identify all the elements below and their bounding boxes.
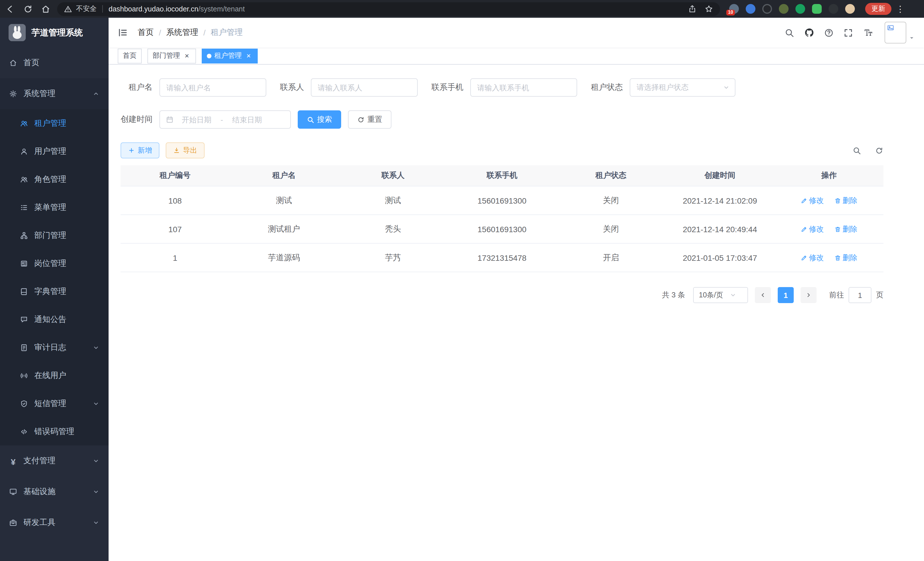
id-badge-icon: [20, 259, 28, 267]
chevron-down-icon: [93, 400, 99, 407]
add-button[interactable]: 新增: [121, 142, 159, 158]
trash-icon: [834, 226, 841, 232]
sidebar-group-system[interactable]: 系统管理: [0, 78, 109, 109]
extension-icon[interactable]: [795, 4, 805, 14]
breadcrumb-item[interactable]: 首页: [138, 27, 154, 38]
sidebar-item-role[interactable]: 角色管理: [0, 165, 109, 193]
browser-menu-icon[interactable]: ⋮: [896, 4, 904, 14]
sidebar-item-error-code[interactable]: 错误码管理: [0, 417, 109, 445]
page-size-select[interactable]: 10条/页: [693, 287, 748, 303]
sidebar-item-post[interactable]: 岗位管理: [0, 249, 109, 277]
tab-home[interactable]: 首页: [118, 48, 142, 63]
cell-actions: 修改 删除: [774, 243, 884, 272]
sidebar-group-devtools[interactable]: 研发工具: [0, 507, 109, 538]
cell-created: 2021-01-05 17:03:47: [665, 243, 774, 272]
sidebar-item-label: 用户管理: [34, 146, 66, 156]
sidebar-item-user[interactable]: 用户管理: [0, 137, 109, 165]
comment-icon: [20, 315, 28, 323]
goto-page-input[interactable]: [849, 287, 872, 303]
sidebar-item-tenant[interactable]: 租户管理: [0, 109, 109, 137]
bookmark-star-icon[interactable]: [705, 5, 713, 13]
reset-button[interactable]: 重置: [348, 110, 392, 129]
sidebar-item-dict[interactable]: 字典管理: [0, 277, 109, 305]
contact-input[interactable]: [311, 78, 418, 97]
reload-icon[interactable]: [23, 4, 33, 14]
sidebar-group-infra[interactable]: 基础设施: [0, 476, 109, 507]
refresh-icon[interactable]: [875, 146, 884, 155]
search-button[interactable]: 搜索: [298, 110, 341, 129]
tab-dept[interactable]: 部门管理 ×: [147, 48, 196, 63]
table-row: 1 芋道源码 芋艿 17321315478 开启 2021-01-05 17:0…: [121, 243, 884, 272]
extension-icon[interactable]: 10: [729, 4, 739, 14]
extensions-puzzle-icon[interactable]: [829, 4, 838, 14]
sidebar-item-audit-log[interactable]: 审计日志: [0, 333, 109, 361]
app-logo[interactable]: 芋道管理系统: [0, 18, 109, 47]
cell-created: 2021-12-14 21:02:09: [665, 186, 774, 215]
range-separator: -: [220, 115, 223, 124]
help-icon[interactable]: [824, 28, 834, 38]
share-icon[interactable]: [688, 5, 697, 13]
extension-icon[interactable]: [812, 4, 822, 14]
chrome-update-button[interactable]: 更新: [865, 3, 891, 15]
sidebar-item-dept[interactable]: 部门管理: [0, 221, 109, 249]
cell-phone: 17321315478: [447, 243, 556, 272]
chevron-left-icon: [759, 292, 766, 299]
sidebar-item-home[interactable]: 首页: [0, 47, 109, 78]
phone-input[interactable]: [470, 78, 577, 97]
sidebar-item-label: 首页: [23, 58, 39, 68]
extension-icon[interactable]: [762, 4, 772, 14]
table-row: 107 测试租户 秃头 15601691300 关闭 2021-12-14 20…: [121, 215, 884, 243]
prev-page-button[interactable]: [755, 287, 771, 303]
toggle-search-icon[interactable]: [853, 146, 861, 155]
edit-link[interactable]: 修改: [800, 195, 824, 206]
sidebar-item-label: 租户管理: [34, 118, 66, 128]
shield-icon: [20, 399, 28, 408]
breadcrumb-separator: /: [159, 28, 161, 37]
next-page-button[interactable]: [801, 287, 817, 303]
tab-tenant[interactable]: 租户管理 ×: [202, 48, 258, 63]
table-header-row: 租户编号 租户名 联系人 联系手机 租户状态 创建时间 操作: [121, 165, 884, 186]
url-bar[interactable]: 不安全 dashboard.yudao.iocoder.cn/system/te…: [57, 2, 720, 16]
sidebar-group-payment[interactable]: ¥ 支付管理: [0, 445, 109, 476]
browser-chrome: 不安全 dashboard.yudao.iocoder.cn/system/te…: [0, 0, 924, 18]
sidebar-fold-icon[interactable]: [118, 27, 128, 38]
extension-icon[interactable]: [746, 4, 755, 14]
delete-link[interactable]: 删除: [834, 224, 857, 234]
sidebar-item-online-user[interactable]: 在线用户: [0, 361, 109, 390]
end-date-input[interactable]: [226, 115, 268, 124]
date-range-picker[interactable]: -: [159, 110, 291, 129]
chevron-up-icon: [93, 90, 99, 97]
sidebar-item-notice[interactable]: 通知公告: [0, 305, 109, 333]
font-size-icon[interactable]: [863, 27, 873, 38]
sidebar-item-menu[interactable]: 菜单管理: [0, 193, 109, 221]
page-unit-label: 页: [876, 290, 884, 300]
page-number-button[interactable]: 1: [778, 287, 794, 303]
breadcrumb-item[interactable]: 系统管理: [166, 27, 198, 38]
profile-avatar-icon[interactable]: [845, 4, 855, 14]
sidebar-item-sms[interactable]: 短信管理: [0, 390, 109, 417]
edit-link[interactable]: 修改: [800, 224, 824, 234]
chevron-down-icon: [723, 84, 730, 91]
extension-icon[interactable]: [779, 4, 789, 14]
github-icon[interactable]: [804, 27, 814, 38]
fullscreen-icon[interactable]: [843, 28, 853, 38]
user-avatar-menu[interactable]: [885, 22, 915, 44]
home-icon[interactable]: [41, 4, 50, 14]
search-icon[interactable]: [784, 28, 794, 38]
refresh-icon: [357, 116, 364, 123]
export-button[interactable]: 导出: [166, 142, 205, 158]
sidebar-group-label: 支付管理: [23, 456, 56, 466]
close-icon[interactable]: ×: [183, 52, 191, 60]
tab-label: 首页: [123, 51, 136, 61]
cell-contact: 芋艿: [339, 243, 447, 272]
back-icon[interactable]: [6, 4, 15, 14]
tenant-name-input[interactable]: [159, 78, 266, 97]
edit-link[interactable]: 修改: [800, 253, 824, 263]
delete-link[interactable]: 删除: [834, 195, 857, 206]
status-select[interactable]: 请选择租户状态: [630, 78, 735, 97]
delete-link[interactable]: 删除: [834, 253, 857, 263]
close-icon[interactable]: ×: [244, 52, 253, 60]
security-label[interactable]: 不安全: [76, 4, 97, 14]
start-date-input[interactable]: [176, 115, 217, 124]
search-icon: [307, 116, 314, 123]
